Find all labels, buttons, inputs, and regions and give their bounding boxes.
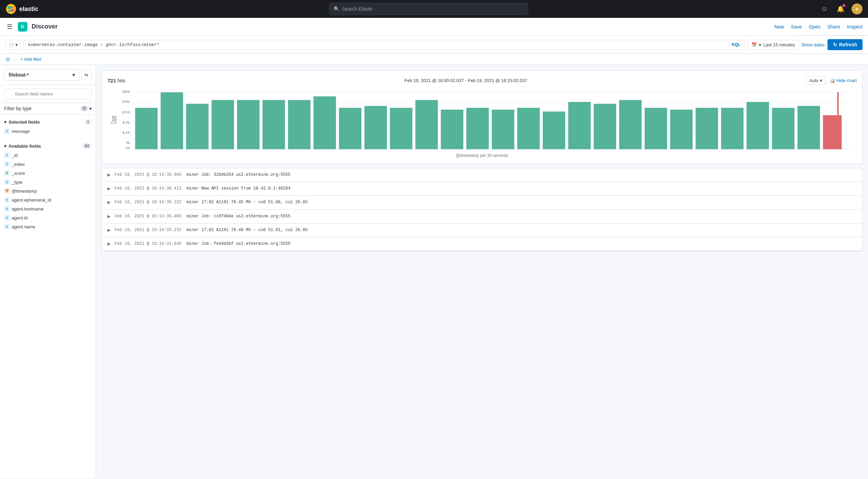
field-item-agent-ephemeral[interactable]: t agent.ephemeral_id (0, 195, 96, 204)
selected-fields-header[interactable]: ▾ Selected fields 1 (0, 117, 96, 127)
field-type-text-icon: t (4, 215, 10, 220)
refresh-icon: ↻ (833, 42, 837, 47)
field-name: agent.id (12, 215, 27, 220)
selected-field-message[interactable]: t message (0, 127, 96, 136)
field-item-agent-name[interactable]: t agent.name (0, 222, 96, 231)
new-button[interactable]: New (774, 24, 784, 30)
time-range-end: Feb 19, 2021 @ 16:15:02.037 (468, 78, 527, 83)
field-item-agent-hostname[interactable]: t agent.hostname (0, 204, 96, 213)
index-selector-button[interactable]: 📄 ▾ (5, 40, 21, 50)
global-search-bar[interactable]: 🔍 Search Elastic (329, 3, 528, 15)
svg-rect-20 (135, 108, 158, 149)
header-actions: New Save Open Share Inspect (774, 24, 863, 30)
auto-label: Auto (809, 78, 819, 83)
filter-type-label: Filter by type (4, 106, 32, 111)
search-fields-input[interactable] (4, 89, 92, 99)
user-avatar[interactable]: e (852, 3, 863, 14)
selected-fields-section: ▾ Selected fields 1 t message (0, 114, 96, 138)
field-item-agent-id[interactable]: t agent.id (0, 213, 96, 222)
share-button[interactable]: Share (828, 24, 840, 30)
auto-interval-selector[interactable]: Auto ▾ (806, 76, 825, 85)
svg-point-0 (6, 4, 16, 14)
histogram-header: 721 hits Feb 19, 2021 @ 16:00:02.037 - F… (107, 76, 857, 85)
query-input-text[interactable]: kubernetes.container.image : ghcr.io/hfu… (28, 42, 726, 47)
svg-rect-29 (364, 106, 387, 149)
svg-rect-39 (619, 100, 641, 149)
open-button[interactable]: Open (809, 24, 820, 30)
expand-button[interactable]: ▶ (107, 172, 111, 178)
query-input-container[interactable]: kubernetes.container.image : ghcr.io/hfu… (24, 40, 745, 50)
kql-badge[interactable]: KQL (729, 42, 740, 47)
hits-count: 721 (107, 78, 116, 83)
table-row[interactable]: ▶ Feb 19, 2021 @ 16:14:38.412 miner New … (102, 182, 862, 196)
save-button[interactable]: Save (791, 24, 802, 30)
field-item-id[interactable]: t _id (0, 151, 96, 160)
app-header: ☰ D Discover New Save Open Share Inspect (0, 18, 868, 36)
expand-button[interactable]: ▶ (107, 241, 111, 247)
search-fields-container: 🔍 (0, 85, 96, 103)
filter-icon-button[interactable]: ⊙ (5, 56, 10, 62)
notifications-button[interactable]: 🔔 (835, 3, 846, 14)
add-filter-button[interactable]: + Add filter (20, 57, 42, 62)
selected-fields-count: 1 (84, 119, 92, 125)
result-timestamp: Feb 19, 2021 @ 16:14:38.412 (115, 186, 181, 191)
index-dropdown-button[interactable]: filebeat-* ▾ (4, 69, 79, 81)
table-row[interactable]: ▶ Feb 19, 2021 @ 16:14:36.006 miner Job:… (102, 210, 862, 224)
table-row[interactable]: ▶ Feb 19, 2021 @ 16:14:31.946 miner Job:… (102, 237, 862, 251)
svg-rect-43 (721, 108, 743, 149)
table-row[interactable]: ▶ Feb 19, 2021 @ 16:14:38.232 miner 17:0… (102, 196, 862, 209)
top-navigation: elastic 🔍 Search Elastic ⊙ 🔔 e (0, 0, 868, 18)
field-name: _id (12, 153, 18, 158)
chart-icon: 📊 (830, 78, 835, 83)
results-table: ▶ Feb 19, 2021 @ 16:14:39.988 miner Job:… (102, 168, 863, 251)
svg-text:15: 15 (121, 121, 130, 124)
filter-bar: ⊙ — + Add filter (0, 54, 868, 65)
svg-rect-42 (696, 108, 718, 149)
expand-button[interactable]: ▶ (107, 199, 111, 205)
chevron-down-icon: ▾ (15, 42, 18, 47)
x-axis-label: @timestamp per 30 seconds (107, 153, 857, 158)
calendar-icon: 📅 (751, 42, 757, 47)
app-title: Discover (32, 23, 58, 30)
chevron-down-icon: ▾ (72, 72, 75, 78)
svg-rect-28 (339, 108, 361, 149)
svg-rect-24 (237, 100, 259, 149)
refresh-button[interactable]: ↻ Refresh (828, 39, 863, 50)
inspect-button[interactable]: Inspect (847, 24, 863, 30)
field-item-score[interactable]: # _score (0, 169, 96, 178)
field-name: _type (12, 180, 23, 185)
available-fields-header[interactable]: ▾ Available fields 94 (0, 141, 96, 151)
field-type-text-icon: t (4, 128, 10, 134)
hamburger-menu-button[interactable]: ☰ (5, 22, 14, 32)
svg-rect-37 (568, 102, 591, 149)
elastic-logo-icon (5, 3, 16, 14)
field-name: _score (12, 171, 25, 176)
table-row[interactable]: ▶ Feb 19, 2021 @ 16:14:39.988 miner Job:… (102, 168, 862, 182)
refresh-label: Refresh (839, 42, 857, 47)
main-layout: filebeat-* ▾ ⇆ 🔍 Filter by type 0 ▾ (0, 65, 868, 478)
hide-chart-button[interactable]: 📊 Hide chart (830, 78, 857, 83)
help-button[interactable]: ⊙ (819, 3, 830, 14)
elastic-logo[interactable]: elastic (5, 3, 38, 14)
show-dates-button[interactable]: Show dates (801, 42, 825, 47)
result-content: Feb 19, 2021 @ 16:14:36.006 miner Job: c… (115, 213, 290, 220)
svg-rect-26 (288, 100, 310, 149)
svg-text:25: 25 (121, 100, 130, 103)
svg-rect-47 (823, 115, 842, 149)
expand-button[interactable]: ▶ (107, 227, 111, 233)
svg-rect-36 (543, 112, 565, 149)
time-picker-button[interactable]: 📅 ▾ Last 15 minutes (748, 40, 799, 50)
filter-type-row[interactable]: Filter by type 0 ▾ (0, 103, 96, 114)
expand-button[interactable]: ▶ (107, 185, 111, 192)
field-item-timestamp[interactable]: 📅 @timestamp (0, 186, 96, 195)
result-content: Feb 19, 2021 @ 16:14:38.232 miner 17:02 … (115, 199, 308, 206)
field-item-type[interactable]: t _type (0, 178, 96, 186)
hits-label-text: hits (117, 78, 125, 83)
top-nav-icons: ⊙ 🔔 e (819, 3, 863, 14)
table-row[interactable]: ▶ Feb 19, 2021 @ 16:14:33.232 miner 17:0… (102, 224, 862, 237)
svg-rect-22 (186, 104, 208, 149)
expand-button[interactable]: ▶ (107, 213, 111, 219)
chevron-down-icon: ▾ (820, 78, 822, 83)
field-item-index[interactable]: t _index (0, 160, 96, 169)
sidebar-toggle-button[interactable]: ⇆ (81, 70, 92, 80)
